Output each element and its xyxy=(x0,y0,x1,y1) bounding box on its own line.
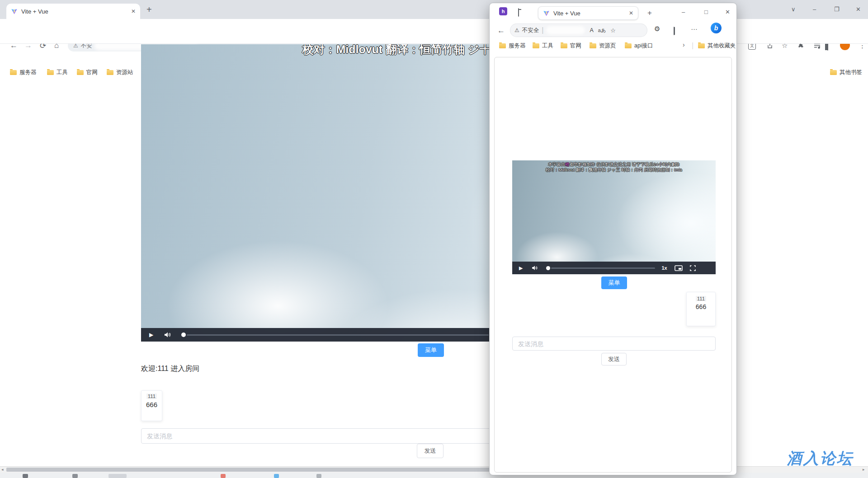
volume-icon[interactable] xyxy=(164,332,171,338)
chat-message-card: 111 666 xyxy=(141,390,162,421)
progress-track[interactable] xyxy=(187,334,489,336)
taskbar-icon[interactable] xyxy=(221,474,226,478)
bookmark-label: 官网 xyxy=(570,42,581,50)
other-bookmarks[interactable]: 其他书签 xyxy=(830,69,862,76)
chrome-minimize-button[interactable]: – xyxy=(813,6,816,13)
bookmark-label: 服务器 xyxy=(19,69,37,76)
bookmark-label: api接口 xyxy=(634,42,653,50)
menu-button[interactable]: 菜单 xyxy=(418,343,444,357)
bookmark-label: 资源页 xyxy=(599,42,616,50)
folder-icon xyxy=(625,43,632,48)
chrome-bookmarks-bar: 服务器 工具 官网 资源站 AI 其他书签 xyxy=(0,33,868,44)
bookmark-folder-api[interactable]: api接口 xyxy=(625,42,653,50)
chat-input[interactable] xyxy=(512,337,716,351)
folder-icon xyxy=(10,70,17,75)
bookmark-folder-official[interactable]: 官网 xyxy=(561,42,581,50)
bookmark-folder-tools[interactable]: 工具 xyxy=(533,42,553,50)
tab-actions-icon[interactable] xyxy=(518,8,519,17)
taskbar-icon[interactable] xyxy=(274,474,279,478)
bing-copilot-icon[interactable]: b xyxy=(711,23,722,33)
folder-icon xyxy=(561,43,567,48)
edge-minimize-button[interactable]: – xyxy=(682,9,685,15)
edge-address-bar[interactable]: ⚠ 不安全 | A aあ ☆ xyxy=(510,23,647,37)
chrome-tab-close-icon[interactable]: ✕ xyxy=(131,8,136,14)
chrome-restore-button[interactable]: ❐ xyxy=(834,6,840,13)
volume-icon[interactable] xyxy=(532,265,538,271)
settings-more-icon[interactable]: … xyxy=(691,23,698,31)
edge-tab-close-icon[interactable]: ✕ xyxy=(629,10,633,16)
scroll-left-arrow-icon[interactable]: ◂ xyxy=(1,467,4,472)
extensions-icon[interactable]: ⚙ xyxy=(654,25,660,33)
edge-maximize-button[interactable]: □ xyxy=(704,9,708,15)
vite-logo-icon xyxy=(11,8,18,15)
folder-icon xyxy=(499,43,506,48)
folder-icon xyxy=(47,70,54,75)
scroll-right-arrow-icon[interactable]: ▸ xyxy=(863,467,865,472)
folder-icon xyxy=(107,70,113,75)
menu-button[interactable]: 菜单 xyxy=(601,276,627,289)
translate-icon[interactable]: aあ xyxy=(598,27,606,34)
bookmark-folder-server[interactable]: 服务器 xyxy=(10,69,37,76)
taskbar-icon[interactable] xyxy=(316,474,321,478)
taskbar-sliver xyxy=(0,473,868,478)
video-subtitle-line2: 校对：Midlovut 翻译：飘猫丹轴 ジャ三 时轴：丹丙 后期特效压制：Imi… xyxy=(512,167,716,173)
progress-handle[interactable] xyxy=(181,333,186,337)
other-bookmarks-label: 其他收藏夹 xyxy=(708,42,736,50)
chrome-tab-bar: Vite + Vue ✕ + ∨ – ❐ ✕ xyxy=(0,0,868,19)
bookmark-folder-official[interactable]: 官网 xyxy=(77,69,98,76)
other-bookmarks-label: 其他书签 xyxy=(840,69,862,76)
edge-new-tab-button[interactable]: + xyxy=(647,9,652,18)
read-aloud-icon[interactable]: A xyxy=(590,27,593,33)
edge-workspace-icon[interactable]: h xyxy=(499,7,507,15)
subtitle-highlight: 橙 xyxy=(565,162,570,167)
back-icon[interactable]: ← xyxy=(497,26,505,35)
bookmark-label: 服务器 xyxy=(509,42,526,50)
taskbar-icon[interactable] xyxy=(23,474,28,478)
progress-handle[interactable] xyxy=(546,266,550,270)
progress-track[interactable] xyxy=(551,267,655,269)
chrome-tab[interactable]: Vite + Vue ✕ xyxy=(6,4,140,19)
chrome-close-button[interactable]: ✕ xyxy=(856,6,861,13)
folder-icon xyxy=(698,43,705,48)
chrome-tab-title: Vite + Vue xyxy=(21,8,131,15)
chrome-toolbar: ← → ⟳ ⌂ ⚠ 不安 文 ☆ ⋮ xyxy=(0,19,868,33)
bookmarks-divider: | xyxy=(692,42,693,50)
subtitle-text: 本字幕由 xyxy=(548,162,565,167)
folder-icon xyxy=(77,70,84,75)
bookmark-folder-resources[interactable]: 资源页 xyxy=(590,42,616,50)
edge-bookmarks-bar: 服务器 工具 官网 资源页 api接口 › | 其他收藏夹 xyxy=(489,40,737,52)
video-control-bar: ▶ 1x xyxy=(512,262,716,274)
play-icon[interactable]: ▶ xyxy=(149,332,153,338)
edge-tab-title: Vite + Vue xyxy=(553,10,629,17)
bookmark-folder-resources[interactable]: 资源站 xyxy=(107,69,133,76)
chrome-tab-search-caret[interactable]: ∨ xyxy=(791,6,796,13)
taskbar-icon[interactable] xyxy=(72,474,78,478)
split-screen-icon[interactable] xyxy=(674,27,675,35)
edge-close-button[interactable]: ✕ xyxy=(725,9,730,15)
bookmark-label: 工具 xyxy=(542,42,553,50)
favorites-star-icon[interactable]: ☆ xyxy=(610,27,616,34)
folder-icon xyxy=(590,43,596,48)
folder-icon xyxy=(533,43,539,48)
chat-message-card: 111 666 xyxy=(686,292,716,326)
chrome-new-tab-button[interactable]: + xyxy=(146,5,152,15)
send-button[interactable]: 发送 xyxy=(417,444,443,458)
other-bookmarks[interactable]: 其他收藏夹 xyxy=(698,42,736,50)
message-sender: 111 xyxy=(696,296,706,301)
fullscreen-icon[interactable] xyxy=(690,265,696,271)
edge-security-label: 不安全 xyxy=(522,27,539,34)
bookmark-folder-tools[interactable]: 工具 xyxy=(47,69,68,76)
playback-speed[interactable]: 1x xyxy=(661,265,667,271)
welcome-message: 欢迎:111 进入房间 xyxy=(141,364,199,374)
not-secure-warning-icon: ⚠ xyxy=(514,27,519,33)
small-video-player[interactable]: 本字幕由橙都华影视制作 仅供影迷交流之用 请于下载后24小时内删除 校对：Mid… xyxy=(512,160,716,274)
bookmarks-overflow-chevron-icon[interactable]: › xyxy=(683,41,685,48)
bookmark-folder-server[interactable]: 服务器 xyxy=(499,42,526,50)
play-icon[interactable]: ▶ xyxy=(519,265,523,271)
taskbar-icon[interactable] xyxy=(108,474,127,478)
url-divider: | xyxy=(542,26,543,34)
send-button[interactable]: 发送 xyxy=(601,353,627,366)
picture-in-picture-icon[interactable] xyxy=(675,265,683,271)
message-text: 666 xyxy=(142,401,162,408)
edge-tab[interactable]: Vite + Vue ✕ xyxy=(538,6,638,20)
